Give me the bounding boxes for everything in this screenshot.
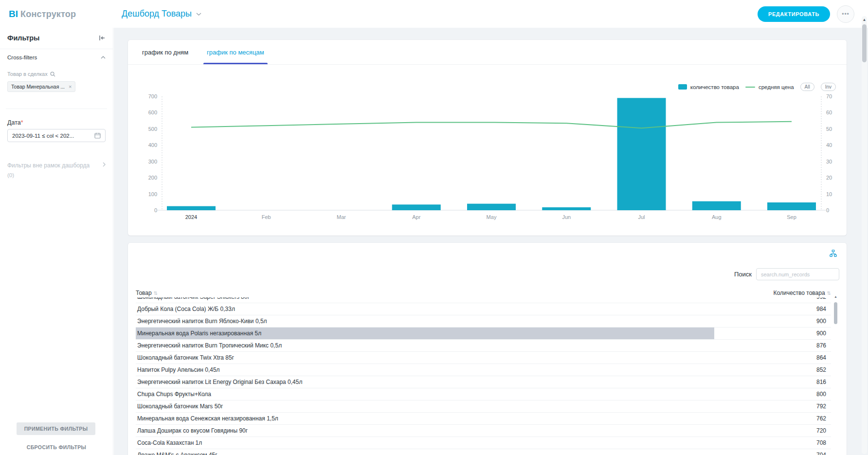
right-axis-tick: 10 <box>826 191 832 197</box>
table-row[interactable]: Энергетический напиток Lit Energy Origin… <box>136 376 831 388</box>
top-bar: BI Конструктор Дешборд Товары РЕДАКТИРОВ… <box>0 0 868 28</box>
product-cell: Добрый Кола (Coca Cola) Ж/Б 0,33л <box>136 303 714 315</box>
dashboard-canvas: график по днямграфик по месяцам количест… <box>114 28 868 455</box>
chart-bar[interactable] <box>542 207 591 210</box>
x-axis-label: Apr <box>412 214 420 220</box>
product-filter-chip[interactable]: Товар Минеральная ... × <box>7 81 75 92</box>
chart-bar[interactable] <box>392 204 441 210</box>
chart-bar[interactable] <box>692 201 741 210</box>
outer-filters-count: (0) <box>7 172 106 178</box>
x-axis-label: 2024 <box>185 214 197 220</box>
left-axis-tick: 100 <box>148 191 157 197</box>
table-row[interactable]: Coca-Cola Казахстан 1л708 <box>136 437 831 449</box>
column-header-product[interactable]: Товар ⇅ <box>136 290 714 296</box>
hierarchy-icon[interactable] <box>830 250 837 257</box>
left-axis-tick: 600 <box>148 109 157 115</box>
x-axis-label: May <box>487 214 497 220</box>
search-label: Поиск <box>734 271 752 278</box>
column-header-label: Количество товара <box>774 290 825 296</box>
table-row[interactable]: Минеральная вода Сенежская негазированна… <box>136 413 831 425</box>
right-axis-tick: 50 <box>826 126 832 132</box>
chart-bar[interactable] <box>167 206 216 210</box>
filters-panel: Фильтры Cross-filters Товар в сделках То… <box>0 28 113 455</box>
table-row[interactable]: Шоколадный батончик Super Snickers 80г99… <box>136 297 831 303</box>
quantity-cell: 864 <box>714 354 831 361</box>
column-header-quantity[interactable]: Количество товара ⇅ <box>714 290 831 296</box>
edit-button[interactable]: РЕДАКТИРОВАТЬ <box>758 6 830 22</box>
search-icon[interactable] <box>50 72 55 77</box>
logo-bi: BI <box>9 9 18 19</box>
scroll-up-icon[interactable]: ▲ <box>834 294 837 299</box>
more-options-button[interactable]: ••• <box>837 5 854 23</box>
product-cell: Драже M&M's с Арахисом 45г <box>136 449 714 455</box>
table-row[interactable]: Энергетический напиток Burn Яблоко-Киви … <box>136 315 831 328</box>
right-axis-tick: 60 <box>826 109 832 115</box>
x-axis-label: Aug <box>712 214 722 220</box>
quantity-cell: 900 <box>714 318 831 325</box>
search-input[interactable] <box>756 268 839 280</box>
table-scrollbar[interactable]: ▲ <box>833 294 838 455</box>
right-axis-tick: 30 <box>826 159 832 164</box>
filters-panel-header: Фильтры <box>7 34 106 42</box>
chevron-up-icon[interactable] <box>101 56 106 59</box>
chart-tabs: график по днямграфик по месяцам <box>128 40 847 65</box>
filters-title: Фильтры <box>7 34 39 42</box>
table-row[interactable]: Энергетический напиток Burn Тропический … <box>136 340 831 352</box>
chart-tab-2[interactable]: график по месяцам <box>198 40 273 64</box>
date-range-input[interactable]: 2023-09-11 ≤ col < 202... <box>7 129 106 142</box>
table-row[interactable]: Chupa Chups Фрукты+Кола800 <box>136 388 831 400</box>
chart-tab-1[interactable]: график по дням <box>133 40 198 64</box>
table-row[interactable]: Добрый Кола (Coca Cola) Ж/Б 0,33л984 <box>136 303 831 315</box>
remove-chip-icon[interactable]: × <box>69 84 72 90</box>
quantity-cell: 852 <box>714 366 831 373</box>
x-axis-label: Jul <box>638 214 645 220</box>
left-axis-tick: 500 <box>148 126 157 132</box>
quantity-cell: 900 <box>714 330 831 337</box>
divider <box>0 49 113 49</box>
calendar-icon[interactable] <box>94 132 101 139</box>
quantity-cell: 762 <box>714 415 831 422</box>
chevron-down-icon[interactable] <box>196 13 201 16</box>
table-row[interactable]: Шоколадный батончик Mars 50г792 <box>136 400 831 413</box>
left-axis-tick: 700 <box>148 93 157 99</box>
line-series-swatch <box>745 87 755 88</box>
x-axis-label: Feb <box>262 214 271 220</box>
table-header: Товар ⇅ Количество товара ⇅ <box>136 289 831 297</box>
page-scrollbar[interactable]: ▲ <box>862 16 867 454</box>
x-axis-label: Jun <box>562 214 571 220</box>
product-cell: Chupa Chups Фрукты+Кола <box>136 388 714 400</box>
table-row[interactable]: Драже M&M's с Арахисом 45г704 <box>136 449 831 455</box>
reset-filters-button[interactable]: СБРОСИТЬ ФИЛЬТРЫ <box>0 444 113 450</box>
chart-bar[interactable] <box>767 202 816 210</box>
apply-filters-button[interactable]: ПРИМЕНИТЬ ФИЛЬТРЫ <box>17 422 95 435</box>
collapse-panel-icon[interactable] <box>98 35 106 41</box>
page-scrollbar-thumb[interactable] <box>862 24 867 62</box>
sort-icon[interactable]: ⇅ <box>154 291 158 296</box>
quantity-cell: 720 <box>714 427 831 434</box>
quantity-cell: 704 <box>714 452 831 455</box>
date-filter-label: Дата* <box>7 119 106 126</box>
table-row[interactable]: Лапша Доширак со вкусом Говядины 90г720 <box>136 425 831 437</box>
sort-icon[interactable]: ⇅ <box>827 291 831 296</box>
quantity-cell: 816 <box>714 379 831 385</box>
x-axis-label: Mar <box>337 214 346 220</box>
chart-line[interactable] <box>191 122 792 128</box>
page-title: Дешборд Товары <box>122 9 192 19</box>
table-row[interactable]: Шоколадный батончик Twix Xtra 85г864 <box>136 352 831 364</box>
outer-filters-section[interactable]: Фильтры вне рамок дашборда <box>7 162 106 169</box>
chart-bar[interactable] <box>617 98 666 210</box>
chart-bar[interactable] <box>467 204 516 210</box>
dashboard-title-menu[interactable]: Дешборд Товары <box>122 9 201 19</box>
chevron-right-icon[interactable] <box>103 162 106 167</box>
required-asterisk: * <box>21 119 23 126</box>
cross-filters-section[interactable]: Cross-filters <box>7 55 106 60</box>
data-table: Товар ⇅ Количество товара ⇅ Шоколадный б… <box>136 289 831 455</box>
app-logo[interactable]: BI Конструктор <box>0 9 113 19</box>
table-row[interactable]: Минеральная вода Polaris негазированная … <box>136 328 831 340</box>
table-row[interactable]: Напиток Pulpy Апельсин 0,45л852 <box>136 364 831 376</box>
table-scrollbar-thumb[interactable] <box>834 302 837 324</box>
divider <box>6 109 107 109</box>
product-cell: Coca-Cola Казахстан 1л <box>136 437 714 449</box>
scroll-up-icon[interactable]: ▲ <box>863 17 867 23</box>
product-cell: Минеральная вода Сенежская негазированна… <box>136 413 714 424</box>
